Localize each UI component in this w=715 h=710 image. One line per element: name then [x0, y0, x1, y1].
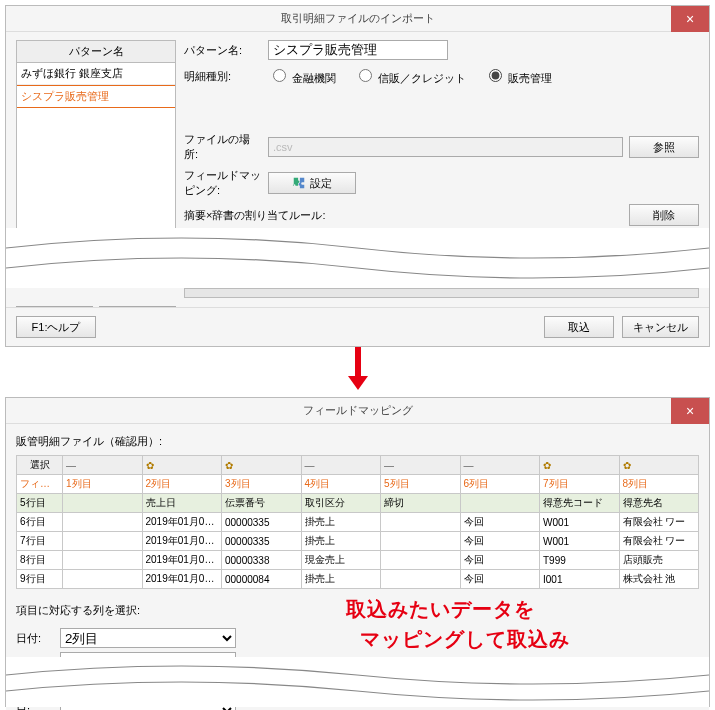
delete-rule-button[interactable]: 削除 [629, 204, 699, 226]
file-loc-label: ファイルの場所: [184, 132, 262, 162]
pattern-name-label: パターン名: [184, 43, 262, 58]
map-file-note: 販管明細ファイル（確認用）: [16, 434, 699, 449]
gear-icon[interactable]: ✿ [540, 456, 620, 475]
col-header-icon[interactable]: — [63, 456, 143, 475]
table-row[interactable]: 9行目2019年01月06日00000084掛売上今回I001株式会社 池 [17, 570, 699, 589]
pattern-item[interactable]: みずほ銀行 銀座支店 [17, 63, 175, 85]
combo-date[interactable]: 2列目 [60, 628, 236, 648]
help-button[interactable]: F1:ヘルプ [16, 316, 96, 338]
map-section-title: 項目に対応する列を選択: [16, 603, 699, 618]
close-icon[interactable]: × [671, 6, 709, 32]
browse-button[interactable]: 参照 [629, 136, 699, 158]
table-row[interactable]: 6行目2019年01月05日00000335掛売上今回W001有限会社 ワー [17, 513, 699, 532]
gear-icon[interactable]: ✿ [222, 456, 302, 475]
table-row[interactable]: 8行目2019年01月05日00000338現金売上今回T999店頭販売 [17, 551, 699, 570]
gear-icon[interactable]: ✿ [619, 456, 699, 475]
pattern-item[interactable]: シスプラ販売管理 [17, 85, 175, 108]
close-icon[interactable]: × [671, 398, 709, 424]
import-button[interactable]: 取込 [544, 316, 614, 338]
cancel-button[interactable]: キャンセル [622, 316, 699, 338]
detail-type-label: 明細種別: [184, 69, 262, 84]
radio-sales[interactable]: 販売管理 [484, 66, 552, 86]
radio-financial[interactable]: 金融機関 [268, 66, 336, 86]
titlebar: 取引明細ファイルのインポート × [6, 6, 709, 32]
window-title: 取引明細ファイルのインポート [281, 11, 435, 26]
puzzle-icon [292, 176, 306, 190]
pattern-list-header: パターン名 [16, 40, 176, 62]
settings-button[interactable]: 設定 [268, 172, 356, 194]
radio-credit[interactable]: 信販／クレジット [354, 66, 466, 86]
pattern-name-input[interactable] [268, 40, 448, 60]
table-row[interactable]: 7行目2019年01月05日00000335掛売上今回W001有限会社 ワー [17, 532, 699, 551]
field-map-label: フィールドマッピング: [184, 168, 262, 198]
rule-header-label: 摘要×辞書の割り当てルール: [184, 208, 629, 223]
gear-icon[interactable]: ✿ [142, 456, 222, 475]
mapping-table: 選択 — ✿ ✿ — — — ✿ ✿ フィールド 1列目 2列目 3列目 [16, 455, 699, 589]
file-path-input[interactable]: .csv [268, 137, 623, 157]
window-title: フィールドマッピング [303, 403, 413, 418]
titlebar: フィールドマッピング × [6, 398, 709, 424]
table-row[interactable]: 5行目売上日伝票番号取引区分締切得意先コード得意先名 [17, 494, 699, 513]
